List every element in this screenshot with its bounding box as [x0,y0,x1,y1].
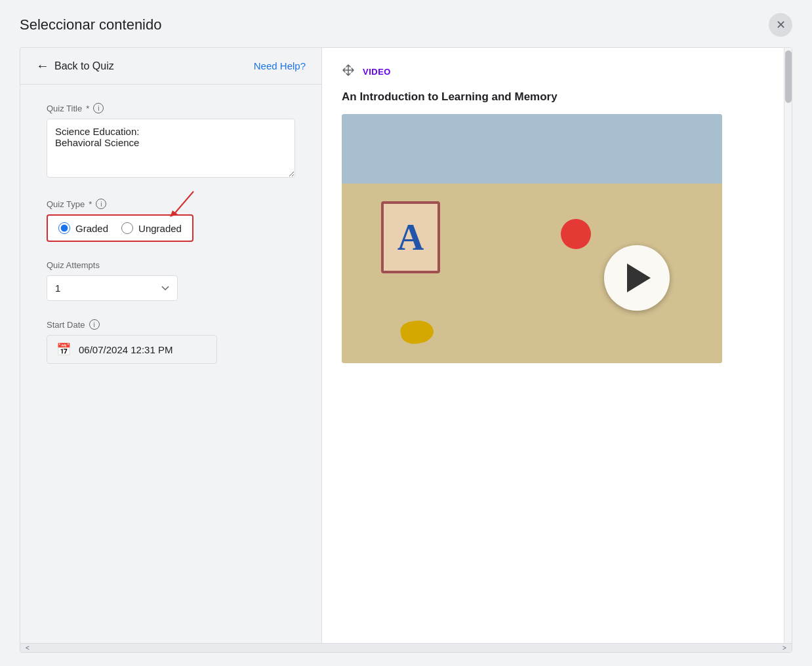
video-title: An Introduction to Learning and Memory [342,90,772,104]
video-type-label: VIDEO [363,67,391,77]
scroll-left-arrow[interactable]: < [23,644,32,653]
start-date-group: Start Date i 📅 06/07/2024 12:31 PM [47,319,295,364]
quiz-title-label: Quiz Title * i [47,103,295,113]
ungraded-label: Ungraded [138,223,182,234]
back-label: Back to Quiz [54,60,114,72]
quiz-type-info-icon[interactable]: i [96,199,106,209]
scroll-right-arrow[interactable]: > [780,644,789,653]
quiz-title-input[interactable]: Science Education: Behavioral Science [47,119,295,178]
quiz-title-info-icon[interactable]: i [93,103,104,113]
scroll-x-track [32,646,780,651]
play-button[interactable] [604,245,670,311]
start-date-value: 06/07/2024 12:31 PM [79,344,173,355]
quiz-attempts-label: Quiz Attempts [47,260,295,270]
graded-radio-input[interactable] [58,222,70,234]
ungraded-radio-item[interactable]: Ungraded [121,222,182,234]
form-section: Quiz Title * i Science Education: Behavi… [20,85,321,643]
right-panel: VIDEO An Introduction to Learning and Me… [322,48,792,643]
quiz-type-radio-group: Graded Ungraded [47,214,193,242]
start-date-input[interactable]: 📅 06/07/2024 12:31 PM [47,335,217,364]
left-panel: ← Back to Quiz Need Help? Quiz Title * i… [20,48,322,643]
play-triangle-icon [627,264,651,292]
graded-label: Graded [75,223,108,234]
red-dot [561,219,591,249]
ungraded-radio-input[interactable] [121,222,133,234]
quiz-title-group: Quiz Title * i Science Education: Behavi… [47,103,295,180]
calendar-icon: 📅 [56,342,71,357]
vertical-scroll-thumb[interactable] [785,50,792,103]
start-date-label: Start Date i [47,319,295,330]
quiz-attempts-select[interactable]: 1 2 3 Unlimited [47,275,178,301]
horizontal-scrollbar: < > [20,643,792,652]
quiz-type-group: Quiz Type * i [47,199,295,242]
video-thumbnail[interactable]: A [342,114,722,363]
quiz-attempts-group: Quiz Attempts 1 2 3 Unlimited [47,260,295,301]
graded-radio-item[interactable]: Graded [58,222,108,234]
page-title: Seleccionar contenido [20,16,161,33]
back-arrow-icon: ← [36,58,49,73]
video-header: VIDEO [342,64,772,80]
letter-a: A [397,219,424,256]
move-icon[interactable] [342,64,355,80]
video-sky [342,114,722,184]
vertical-scrollbar[interactable] [784,48,792,643]
back-to-quiz-button[interactable]: ← Back to Quiz [36,58,114,73]
letter-card: A [381,201,440,273]
need-help-link[interactable]: Need Help? [254,60,306,71]
close-icon: ✕ [776,18,786,32]
quiz-type-label: Quiz Type * i [47,199,295,209]
top-nav: ← Back to Quiz Need Help? [20,48,321,85]
close-button[interactable]: ✕ [769,13,792,37]
start-date-info-icon[interactable]: i [89,319,100,330]
